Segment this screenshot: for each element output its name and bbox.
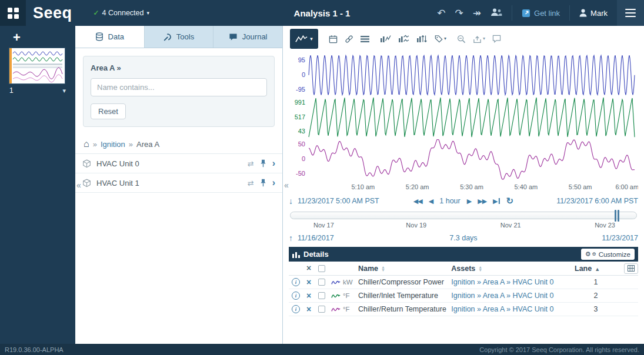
auto-update-button[interactable]: ↻ (506, 196, 514, 206)
breadcrumb-ignition-link[interactable]: Ignition (101, 140, 125, 149)
seeq-logo: Seeq (33, 4, 72, 22)
share-button[interactable]: ↠ (473, 8, 481, 18)
timebar-handle[interactable] (614, 210, 620, 222)
worksheet-caret-icon[interactable]: ▾ (62, 87, 66, 95)
collapse-rail-handle[interactable]: « (76, 180, 81, 190)
separate-axes-button[interactable] (416, 35, 428, 43)
home-icon[interactable]: ⌂ (84, 139, 89, 149)
signal-name[interactable]: Chiller/Compressor Power (358, 278, 451, 286)
get-link-button[interactable]: Get link (522, 9, 560, 18)
user-menu[interactable]: Mark (579, 9, 608, 18)
breadcrumb-separator: » (93, 140, 97, 149)
detail-row[interactable]: i × kW Chiller/Compressor Power Ignition… (289, 276, 638, 289)
worksheet-rail: + 1 ▾ (0, 26, 75, 344)
reset-button[interactable]: Reset (91, 103, 126, 119)
investigate-duration-label[interactable]: 7.3 days (449, 234, 477, 242)
journal-icon (229, 33, 238, 41)
asset-path-link[interactable]: Ignition » Area A » HVAC Unit 0 (451, 278, 553, 286)
trend-view-dropdown-button[interactable]: ▾ (290, 29, 318, 49)
asset-path-link[interactable]: Ignition » Area A » HVAC Unit 0 (451, 305, 553, 313)
collaborators-button[interactable] (490, 8, 502, 18)
tab-data[interactable]: Data (75, 26, 145, 48)
worksheet-thumbnail[interactable] (9, 48, 65, 83)
name-contains-input[interactable] (91, 78, 267, 96)
detail-row[interactable]: i × °F Chiller/Return Temperature Igniti… (289, 303, 638, 316)
remove-signal-button[interactable]: × (306, 278, 311, 286)
tab-journal[interactable]: Journal (213, 26, 282, 48)
customize-button[interactable]: ⚙⚙ Customize (581, 249, 635, 260)
column-assets-label[interactable]: Assets (451, 264, 475, 273)
info-button[interactable]: i (292, 292, 300, 300)
lanes-button[interactable] (361, 35, 369, 43)
drill-in-chevron-icon[interactable]: › (272, 159, 275, 168)
add-worksheet-button[interactable]: + (9, 29, 24, 46)
step-duration-label[interactable]: 1 hour (439, 197, 460, 205)
investigate-end-label[interactable]: 11/23/2017 (602, 234, 638, 242)
step-back-fast-button[interactable]: ◀◀ (413, 197, 422, 205)
signal-name[interactable]: Chiller/Inlet Temperature (358, 292, 451, 300)
sort-icons[interactable]: ▲▼ (381, 266, 385, 272)
annotate-button[interactable] (492, 35, 501, 43)
apps-menu-button[interactable] (0, 0, 26, 26)
detail-row[interactable]: i × °F Chiller/Inlet Temperature Ignitio… (289, 289, 638, 303)
caret-down-icon: ▾ (310, 36, 313, 42)
calendar-button[interactable] (329, 35, 338, 43)
link-ranges-button[interactable] (345, 35, 353, 43)
one-lane-button[interactable] (380, 35, 391, 43)
investigate-start-label[interactable]: 11/16/2017 (298, 234, 334, 242)
playback-controls: ◀◀ ◀ 1 hour ▶ ▶▶ ▶ ↻ (413, 196, 513, 206)
y-axis-tick: 0 (289, 71, 305, 79)
timebar-track[interactable] (290, 212, 637, 219)
separate-lanes-button[interactable] (398, 35, 409, 43)
step-to-end-button[interactable]: ▶ (493, 197, 499, 205)
remove-signal-button[interactable]: × (306, 305, 311, 313)
breadcrumb-separator: » (129, 140, 133, 149)
topbar-divider (569, 5, 570, 21)
row-checkbox[interactable] (318, 306, 325, 313)
tab-tools[interactable]: Tools (145, 26, 214, 48)
asset-list: HVAC Unit 0 ⇄ › HVAC U (75, 154, 282, 193)
pin-icon[interactable] (260, 179, 266, 187)
step-back-button[interactable]: ◀ (429, 197, 433, 205)
range-end-label[interactable]: 11/23/2017 6:00 AM PST (556, 197, 638, 205)
signal-name[interactable]: Chiller/Return Temperature (358, 305, 451, 313)
collapse-data-panel-handle[interactable]: « (284, 180, 289, 190)
swap-icon[interactable]: ⇄ (248, 159, 254, 168)
timebar-tick-label: Nov 23 (595, 222, 615, 229)
swap-icon[interactable]: ⇄ (248, 179, 254, 187)
labels-button[interactable]: ▾ (435, 35, 446, 43)
trend-chart[interactable]: 950-9599151743500-505:10 am5:20 am5:30 a… (289, 54, 638, 193)
step-forward-button[interactable]: ▶ (467, 197, 471, 205)
lane-number: 1 (572, 278, 619, 286)
info-button[interactable]: i (292, 305, 300, 313)
sort-icons[interactable]: ▲▼ (478, 266, 482, 272)
info-button[interactable]: i (292, 278, 300, 286)
column-lane-label[interactable]: Lane (575, 264, 592, 273)
extend-range-up-icon[interactable]: ↑ (289, 233, 293, 243)
hamburger-menu-button[interactable] (617, 0, 644, 26)
row-checkbox[interactable] (318, 279, 325, 286)
unit-label: °F (343, 292, 358, 299)
range-start-label[interactable]: 11/23/2017 5:00 AM PST (298, 197, 379, 205)
asset-path-link[interactable]: Ignition » Area A » HVAC Unit 0 (451, 292, 553, 300)
select-all-checkbox[interactable] (318, 265, 325, 272)
remove-all-button[interactable]: × (306, 264, 311, 272)
remove-signal-button[interactable]: × (306, 292, 311, 300)
bar-chart-icon (292, 251, 300, 258)
tab-tools-label: Tools (176, 32, 194, 41)
undo-button[interactable]: ↶ (437, 8, 445, 18)
connection-status[interactable]: ✓ 4 Connected ▾ (94, 9, 149, 17)
column-name-label[interactable]: Name (358, 264, 378, 273)
asset-row[interactable]: HVAC Unit 1 ⇄ › (75, 173, 282, 193)
step-forward-fast-button[interactable]: ▶▶ (478, 197, 486, 205)
drill-in-chevron-icon[interactable]: › (272, 178, 275, 187)
zoom-out-icon (457, 35, 466, 43)
redo-button[interactable]: ↷ (455, 8, 463, 18)
extend-range-down-icon[interactable]: ↓ (289, 196, 293, 206)
zoom-out-button[interactable] (457, 35, 466, 43)
table-columns-button[interactable] (624, 263, 638, 274)
asset-row[interactable]: HVAC Unit 0 ⇄ › (75, 154, 282, 173)
pin-icon[interactable] (260, 159, 266, 168)
row-checkbox[interactable] (318, 292, 325, 299)
export-button[interactable]: ▾ (473, 35, 485, 43)
